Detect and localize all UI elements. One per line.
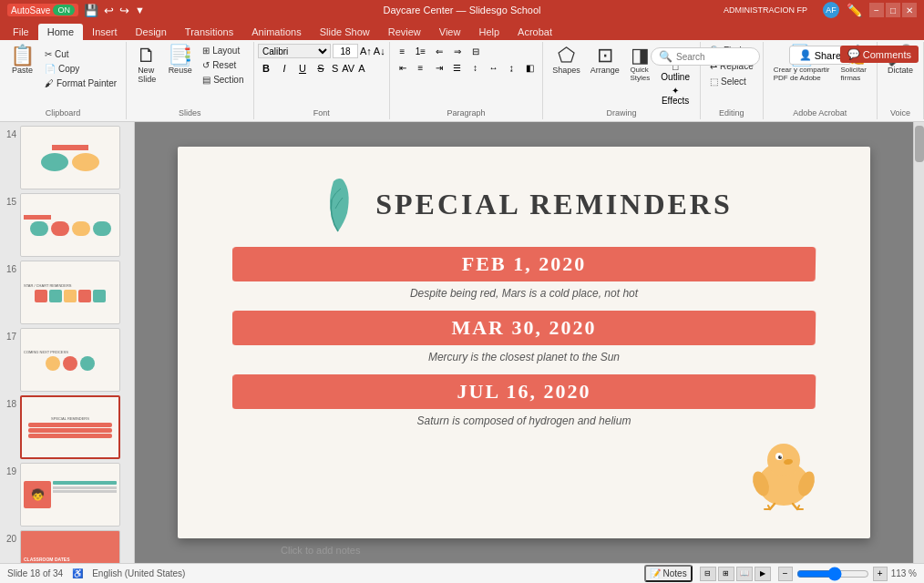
ribbon-tabs: File Home Insert Design Transitions Anim… <box>0 20 924 40</box>
tab-view[interactable]: View <box>430 24 470 40</box>
font-family-select[interactable]: Calibri <box>258 44 331 58</box>
decrease-font-button[interactable]: A↓ <box>374 46 385 56</box>
line-spacing-button[interactable]: ↕ <box>467 60 484 75</box>
bullets-button[interactable]: ≡ <box>395 44 411 58</box>
click-to-add-notes[interactable]: Click to add notes <box>281 545 360 556</box>
new-slide-button[interactable]: 🗋 NewSlide <box>132 44 161 86</box>
increase-indent-button[interactable]: ⇒ <box>449 44 466 58</box>
align-center-button[interactable]: ≡ <box>413 60 429 75</box>
slide-thumbnail-19[interactable]: 19 🧒 <box>4 463 130 527</box>
redo-icon[interactable]: ↪ <box>119 4 129 17</box>
shapes-button[interactable]: ⬠ Shapes <box>549 44 585 77</box>
decrease-indent-button[interactable]: ⇐ <box>431 44 447 58</box>
search-input[interactable] <box>676 52 749 62</box>
admin-avatar: AF <box>823 2 839 18</box>
svg-point-4 <box>780 455 782 457</box>
align-text-button[interactable]: ↨ <box>504 60 520 75</box>
normal-view-button[interactable]: ⊟ <box>700 567 716 581</box>
slide-content[interactable]: SPECIAL REMINDERS FEB 1, 2020 Despite be… <box>178 147 870 538</box>
minimize-button[interactable]: − <box>869 3 884 17</box>
slide-sorter-button[interactable]: ⊞ <box>718 567 734 581</box>
slide-thumbnail-20[interactable]: 20 CLASSROOM DATES <box>4 530 130 563</box>
cut-button[interactable]: ✂Cut <box>41 47 120 61</box>
reading-view-button[interactable]: 📖 <box>736 567 753 581</box>
format-painter-button[interactable]: 🖌Format Painter <box>41 77 120 90</box>
smartart-button[interactable]: ◧ <box>522 60 539 75</box>
text-direction-button[interactable]: ↔ <box>486 60 502 75</box>
font-color-button[interactable]: A <box>357 61 365 76</box>
copy-button[interactable]: 📄Copy <box>41 62 120 76</box>
quick-styles-button[interactable]: ◨ QuickStyles <box>625 44 654 84</box>
zoom-controls: − + 113 % <box>778 567 917 581</box>
select-button[interactable]: ⬚ Select <box>706 75 750 88</box>
italic-button[interactable]: I <box>276 61 293 76</box>
paragraph-label: Paragraph <box>447 108 485 118</box>
align-left-button[interactable]: ⇤ <box>395 60 411 75</box>
arrange-icon: ⊡ <box>597 46 613 66</box>
zoom-slider[interactable] <box>796 567 869 581</box>
tab-acrobat[interactable]: Acrobat <box>508 24 561 40</box>
close-button[interactable]: ✕ <box>902 3 917 17</box>
slide-thumbnail-14[interactable]: 14 <box>4 126 130 189</box>
right-scrollbar[interactable] <box>913 122 924 563</box>
slide-thumbnail-15[interactable]: 15 <box>4 193 130 257</box>
paste-icon: 📋 <box>10 46 35 66</box>
font-row1: Calibri A↑ A↓ <box>258 44 385 58</box>
tab-animations[interactable]: Animations <box>242 24 310 40</box>
comments-button[interactable]: 💬 Comments <box>840 46 919 63</box>
undo-icon[interactable]: ↩ <box>104 4 114 17</box>
align-right-button[interactable]: ⇥ <box>431 60 447 75</box>
reminder-1-desc: Despite being red, Mars is a cold place,… <box>232 287 816 300</box>
bold-button[interactable]: B <box>258 61 274 76</box>
shadow-button[interactable]: S <box>331 61 339 76</box>
reset-button[interactable]: ↺Reset <box>199 58 247 72</box>
tab-help[interactable]: Help <box>469 24 508 40</box>
zoom-in-button[interactable]: + <box>873 567 888 581</box>
autosave-toggle[interactable]: ON <box>53 5 75 15</box>
font-size-input[interactable] <box>333 44 358 58</box>
arrange-button[interactable]: ⊡ Arrange <box>586 44 623 77</box>
strikethrough-button[interactable]: S <box>313 61 329 76</box>
tab-insert[interactable]: Insert <box>83 24 127 40</box>
paste-button[interactable]: 📋 Paste <box>5 44 39 77</box>
numbering-button[interactable]: 1≡ <box>413 44 429 58</box>
slide-num-18: 18 <box>4 399 16 409</box>
slideshow-button[interactable]: ▶ <box>755 567 771 581</box>
tab-design[interactable]: Design <box>127 24 176 40</box>
tab-file[interactable]: File <box>4 24 38 40</box>
copy-icon: 📄 <box>45 64 56 74</box>
char-spacing-button[interactable]: AV <box>341 61 355 76</box>
columns-button[interactable]: ⊟ <box>467 44 484 58</box>
reminder-1-date-box: FEB 1, 2020 <box>232 247 816 281</box>
slide-title: SPECIAL REMINDERS <box>375 188 733 221</box>
underline-button[interactable]: U <box>294 61 311 76</box>
view-buttons: ⊟ ⊞ 📖 ▶ <box>700 567 771 581</box>
zoom-out-button[interactable]: − <box>778 567 793 581</box>
save-icon[interactable]: 💾 <box>84 4 98 17</box>
customize-icon[interactable]: ▼ <box>135 5 145 15</box>
font-group: Calibri A↑ A↓ B I U S S AV A Font <box>254 42 391 119</box>
drawing-label: Drawing <box>606 108 636 118</box>
restore-button[interactable]: □ <box>886 3 900 17</box>
section-button[interactable]: ▤Section <box>199 73 247 87</box>
font-row2: B I U S S AV A <box>258 61 366 76</box>
tab-review[interactable]: Review <box>379 24 430 40</box>
slide-thumbnail-16[interactable]: 16 STAR / CHART REMINDERS <box>4 261 130 324</box>
reuse-button[interactable]: 📑 Reuse <box>163 44 197 77</box>
slide-thumbnail-17[interactable]: 17 COMING NEXT PROCESS <box>4 328 130 392</box>
clipboard-content: 📋 Paste ✂Cut 📄Copy 🖌Format Painter <box>5 44 120 107</box>
pen-icon[interactable]: ✏️ <box>847 3 862 17</box>
tab-transitions[interactable]: Transitions <box>176 24 242 40</box>
increase-font-button[interactable]: A↑ <box>360 46 372 56</box>
search-box[interactable]: 🔍 <box>651 47 760 66</box>
shape-effects-button[interactable]: ✦ Effects <box>656 85 694 107</box>
tab-home[interactable]: Home <box>38 24 83 40</box>
para-row1: ≡ 1≡ ⇐ ⇒ ⊟ <box>395 44 484 58</box>
notes-button[interactable]: 📝 Notes <box>644 565 693 582</box>
layout-button[interactable]: ⊞Layout <box>199 44 247 57</box>
tab-slideshow[interactable]: Slide Show <box>311 24 379 40</box>
justify-button[interactable]: ☰ <box>449 60 466 75</box>
slide-panel[interactable]: 14 15 <box>0 122 135 563</box>
new-slide-icon: 🗋 <box>137 46 157 66</box>
slide-thumbnail-18[interactable]: 18 SPECIAL REMINDERS <box>4 395 130 459</box>
